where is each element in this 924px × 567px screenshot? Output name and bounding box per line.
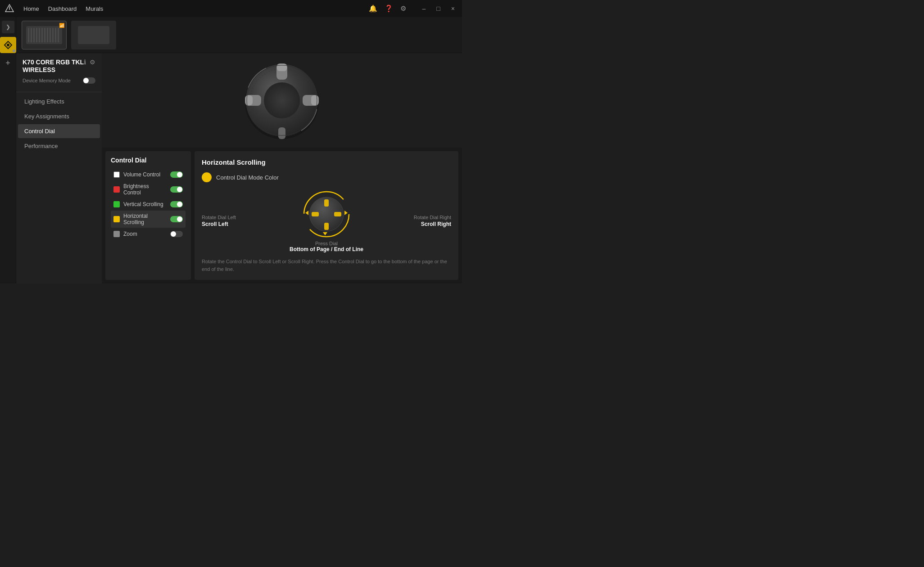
- nav-dashboard[interactable]: Dashboard: [48, 5, 77, 12]
- secondary-thumbnail: [78, 26, 109, 44]
- dial-item-volume[interactable]: Volume Control: [111, 169, 186, 180]
- nav-control-dial[interactable]: Control Dial: [18, 124, 100, 138]
- control-dial-panel-title: Control Dial: [111, 157, 186, 164]
- minimize-button[interactable]: –: [420, 4, 429, 13]
- right-area: Control Dial Volume Control Brightness C…: [102, 53, 462, 284]
- bell-icon[interactable]: 🔔: [369, 4, 377, 13]
- dial-diagram-row: Rotate Dial Left Scroll Left: [202, 189, 451, 252]
- dial-diagram-svg: [302, 189, 351, 239]
- control-dial-panel: Control Dial Volume Control Brightness C…: [105, 151, 191, 280]
- nav-home[interactable]: Home: [23, 5, 39, 12]
- left-panel: K70 CORE RGB TKL WIRELESS ℹ ⚙ Device Mem…: [16, 53, 102, 284]
- zoom-toggle[interactable]: [170, 231, 183, 237]
- main-content: 📶 K70 CORE RGB TKL WIRELESS ℹ ⚙ Device M…: [16, 17, 462, 284]
- gear-icon[interactable]: ⚙: [90, 58, 95, 66]
- nav-lighting-effects[interactable]: Lighting Effects: [18, 94, 100, 108]
- rotate-right-info: Rotate Dial Right Scroll Right: [406, 215, 451, 227]
- dial-item-horizontal[interactable]: Horizontal Scrolling: [111, 211, 186, 228]
- toggle-knob: [83, 78, 89, 83]
- content-row: K70 CORE RGB TKL WIRELESS ℹ ⚙ Device Mem…: [16, 53, 462, 284]
- rotate-right-label: Rotate Dial Right: [406, 215, 451, 220]
- zoom-color-box: [113, 231, 120, 237]
- settings-icon[interactable]: ⚙: [400, 4, 406, 13]
- dial-3d-container: [241, 60, 322, 141]
- close-button[interactable]: ×: [448, 4, 457, 13]
- nav-bar: Home Dashboard Murals: [23, 5, 360, 12]
- mode-color-picker[interactable]: [202, 172, 212, 182]
- sidebar-device-item[interactable]: [0, 37, 16, 53]
- description-text: Rotate the Control Dial to Scroll Left o…: [202, 258, 451, 273]
- dial-item-zoom[interactable]: Zoom: [111, 229, 186, 239]
- sidebar: ❯ +: [0, 17, 16, 284]
- brightness-toggle[interactable]: [170, 186, 183, 193]
- device-name-label: K70 CORE RGB TKL WIRELESS: [23, 58, 84, 74]
- nav-divider: [16, 92, 102, 92]
- zoom-label: Zoom: [123, 231, 167, 237]
- rotate-left-label: Rotate Dial Left: [202, 215, 247, 220]
- maximize-button[interactable]: □: [434, 4, 443, 13]
- dial-item-brightness[interactable]: Brightness Control: [111, 181, 186, 198]
- svg-rect-12: [245, 95, 253, 105]
- titlebar: Home Dashboard Murals 🔔 ❓ ⚙ – □ ×: [0, 0, 462, 17]
- device-dot: [13, 50, 15, 52]
- dial-diagram-center: Press Dial Bottom of Page / End of Line: [290, 189, 363, 252]
- memory-mode-toggle[interactable]: [83, 77, 95, 84]
- wireless-icon: 📶: [59, 23, 64, 28]
- mode-color-label: Control Dial Mode Color: [216, 174, 279, 181]
- vertical-color-box: [113, 201, 120, 207]
- vertical-label: Vertical Scrolling: [123, 201, 167, 207]
- horizontal-label: Horizontal Scrolling: [123, 213, 167, 225]
- bottom-panels: Control Dial Volume Control Brightness C…: [102, 148, 462, 284]
- vertical-toggle[interactable]: [170, 201, 183, 207]
- horizontal-scrolling-panel: Horizontal Scrolling Control Dial Mode C…: [195, 151, 458, 280]
- device-thumb-keyboard[interactable]: 📶: [22, 21, 67, 50]
- svg-rect-15: [278, 127, 285, 139]
- brightness-label: Brightness Control: [123, 183, 167, 196]
- dial-3d-svg: [241, 60, 322, 141]
- svg-point-3: [7, 44, 9, 46]
- dial-item-vertical[interactable]: Vertical Scrolling: [111, 199, 186, 210]
- svg-rect-25: [324, 199, 329, 207]
- memory-mode-label: Device Memory Mode: [23, 78, 71, 83]
- brightness-color-box: [113, 186, 120, 193]
- scrolling-panel-title: Horizontal Scrolling: [202, 158, 451, 166]
- nav-key-assignments[interactable]: Key Assignments: [18, 109, 100, 123]
- svg-point-8: [264, 82, 300, 118]
- window-controls: – □ ×: [420, 4, 457, 13]
- svg-marker-21: [344, 211, 348, 215]
- svg-marker-20: [305, 211, 308, 215]
- volume-color-box: [113, 171, 120, 178]
- device-bar: 📶: [16, 17, 462, 53]
- horizontal-color-box: [113, 216, 120, 222]
- info-icon[interactable]: ℹ: [84, 58, 86, 66]
- volume-toggle[interactable]: [170, 171, 183, 178]
- help-icon[interactable]: ❓: [385, 4, 393, 13]
- svg-rect-27: [334, 212, 341, 216]
- titlebar-controls: 🔔 ❓ ⚙: [369, 4, 406, 13]
- rotate-left-info: Rotate Dial Left Scroll Left: [202, 215, 247, 227]
- svg-rect-10: [277, 64, 287, 71]
- device-memory-row: Device Memory Mode: [16, 77, 102, 90]
- press-dial-label: Press Dial: [290, 241, 363, 246]
- svg-rect-28: [324, 223, 329, 230]
- rotate-right-value: Scroll Right: [406, 221, 451, 227]
- horizontal-toggle[interactable]: [170, 216, 183, 222]
- color-row: Control Dial Mode Color: [202, 172, 451, 182]
- device-title-icons: ℹ ⚙: [84, 58, 95, 66]
- device-thumb-secondary[interactable]: [71, 21, 116, 50]
- svg-rect-14: [311, 95, 318, 105]
- rotate-left-value: Scroll Left: [202, 221, 247, 227]
- sidebar-collapse-button[interactable]: ❯: [2, 21, 14, 33]
- svg-rect-26: [312, 212, 319, 216]
- press-dial-info: Press Dial Bottom of Page / End of Line: [290, 241, 363, 252]
- nav-murals[interactable]: Murals: [86, 5, 103, 12]
- dial-visualization: [102, 53, 462, 148]
- device-title-section: K70 CORE RGB TKL WIRELESS ℹ ⚙: [16, 58, 102, 77]
- keyboard-thumbnail: [26, 26, 62, 44]
- volume-label: Volume Control: [123, 171, 167, 178]
- press-dial-value: Bottom of Page / End of Line: [290, 246, 363, 252]
- nav-performance[interactable]: Performance: [18, 139, 100, 153]
- add-device-button[interactable]: +: [2, 57, 14, 69]
- app-body: ❯ + 📶 K70 CORE RGB TK: [0, 17, 462, 284]
- device-icon: [4, 40, 13, 50]
